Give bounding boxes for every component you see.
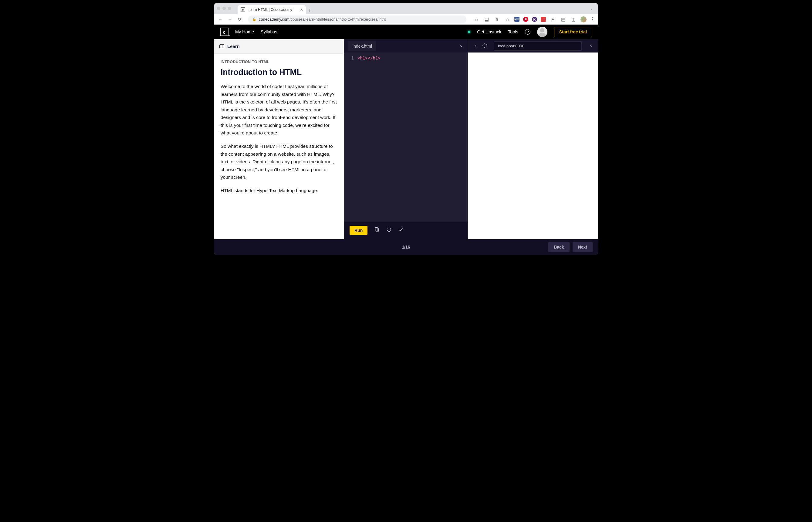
nav-my-home[interactable]: My Home (235, 29, 254, 34)
reset-icon[interactable] (386, 227, 392, 234)
expand-editor-icon[interactable]: ↔ (458, 43, 464, 49)
preview-toolbar: 〈 localhost:8000 ↔ (468, 39, 598, 53)
code-area[interactable]: 1 <h1></h1> (344, 53, 468, 222)
expand-preview-icon[interactable]: ↔ (588, 43, 594, 49)
lesson-panel: Learn INTRODUCTION TO HTML Introduction … (214, 39, 344, 239)
lesson-content[interactable]: INTRODUCTION TO HTML Introduction to HTM… (214, 54, 344, 206)
copy-clipboard-icon[interactable] (374, 227, 380, 234)
profile-avatar-icon[interactable] (581, 16, 587, 22)
magic-sparkle-icon[interactable] (399, 227, 404, 234)
traffic-minimize[interactable] (222, 7, 226, 10)
browser-tabbar: c Learn HTML | Codecademy × + ⌄ (214, 3, 598, 14)
search-icon[interactable]: ⌕ (473, 17, 480, 22)
extension-row: ⌕ ⬓ ⇪ ☆ NEW P K ⋯ ✦ ▤ ◫ ⋮ (473, 16, 595, 22)
run-button[interactable]: Run (349, 226, 367, 235)
user-avatar[interactable] (537, 27, 547, 37)
extension-red-icon[interactable]: ⋯ (541, 17, 546, 22)
browser-menu-icon[interactable]: ⋮ (590, 16, 595, 22)
url-domain: codecademy.com (259, 17, 289, 22)
extension-pinterest-icon[interactable]: P (523, 17, 528, 22)
nav-tools[interactable]: Tools (508, 29, 518, 34)
address-bar[interactable]: 🔒 codecademy.com/courses/learn-html/less… (248, 16, 466, 23)
lesson-eyebrow: INTRODUCTION TO HTML (221, 60, 337, 64)
editor-file-tab[interactable]: index.html (348, 41, 376, 51)
preview-reload-icon[interactable] (482, 43, 487, 49)
extension-new-icon[interactable]: NEW (514, 17, 520, 22)
start-trial-button[interactable]: Start free trial (554, 27, 592, 37)
next-button[interactable]: Next (573, 242, 593, 252)
lesson-paragraph: HTML stands for HyperText Markup Languag… (221, 187, 337, 195)
new-tab-button[interactable]: + (306, 8, 314, 14)
code-editor-panel: index.html ↔ 1 <h1></h1> Run (344, 39, 468, 239)
preview-frame (468, 53, 598, 239)
traffic-close[interactable] (217, 7, 220, 10)
lesson-paragraph: So what exactly is HTML? HTML provides s… (221, 142, 337, 181)
preview-panel: 〈 localhost:8000 ↔ (468, 39, 598, 239)
status-dot-icon (468, 31, 470, 33)
codecademy-logo[interactable]: c (220, 27, 228, 36)
browser-tab[interactable]: c Learn HTML | Codecademy × (238, 5, 306, 14)
app-root: c My Home Syllabus Get Unstuck Tools Sta… (214, 25, 598, 255)
nav-get-unstuck[interactable]: Get Unstuck (477, 29, 501, 34)
workspace: Learn INTRODUCTION TO HTML Introduction … (214, 39, 598, 239)
favicon-icon: c (241, 7, 245, 12)
extensions-puzzle-icon[interactable]: ✦ (550, 17, 556, 22)
browser-window: c Learn HTML | Codecademy × + ⌄ ← → ⟳ 🔒 … (214, 3, 598, 255)
app-header: c My Home Syllabus Get Unstuck Tools Sta… (214, 25, 598, 39)
lock-icon: 🔒 (252, 17, 257, 21)
install-icon[interactable]: ⬓ (483, 17, 490, 22)
editor-tabbar: index.html ↔ (344, 39, 468, 53)
nav-forward-icon[interactable]: → (227, 17, 234, 22)
progress-indicator: 1/16 (402, 245, 410, 249)
browser-toolbar: ← → ⟳ 🔒 codecademy.com/courses/learn-htm… (214, 14, 598, 25)
tab-title: Learn HTML | Codecademy (248, 7, 292, 12)
preview-url-input[interactable]: localhost:8000 (494, 41, 582, 51)
preview-back-icon[interactable]: 〈 (472, 43, 477, 49)
extension-k-icon[interactable]: K (532, 17, 537, 22)
lesson-footer: 1/16 Back Next (214, 239, 598, 255)
back-button[interactable]: Back (548, 242, 569, 252)
lesson-title: Introduction to HTML (221, 68, 337, 77)
traffic-zoom[interactable] (228, 7, 231, 10)
tab-close-icon[interactable]: × (300, 7, 303, 12)
code-line[interactable]: <h1></h1> (358, 56, 381, 222)
streak-clock-icon[interactable] (525, 29, 530, 35)
nav-syllabus[interactable]: Syllabus (261, 29, 277, 34)
lesson-paragraph: Welcome to the world of code! Last year,… (221, 83, 337, 137)
url-path: /courses/learn-html/lessons/intro-to-htm… (289, 17, 386, 22)
media-control-icon[interactable]: ▤ (560, 17, 567, 22)
lesson-section-label: Learn (227, 44, 240, 49)
lesson-panel-header: Learn (214, 39, 344, 54)
editor-toolbar: Run (344, 222, 468, 239)
book-icon (219, 44, 224, 48)
bookmark-star-icon[interactable]: ☆ (504, 17, 511, 22)
tabs-overflow-icon[interactable]: ⌄ (590, 6, 593, 11)
nav-reload-icon[interactable]: ⟳ (236, 17, 243, 22)
window-controls[interactable] (217, 7, 231, 10)
line-number: 1 (344, 56, 358, 222)
share-icon[interactable]: ⇪ (494, 17, 500, 22)
nav-back-icon[interactable]: ← (217, 17, 224, 22)
side-panel-icon[interactable]: ◫ (570, 17, 577, 22)
